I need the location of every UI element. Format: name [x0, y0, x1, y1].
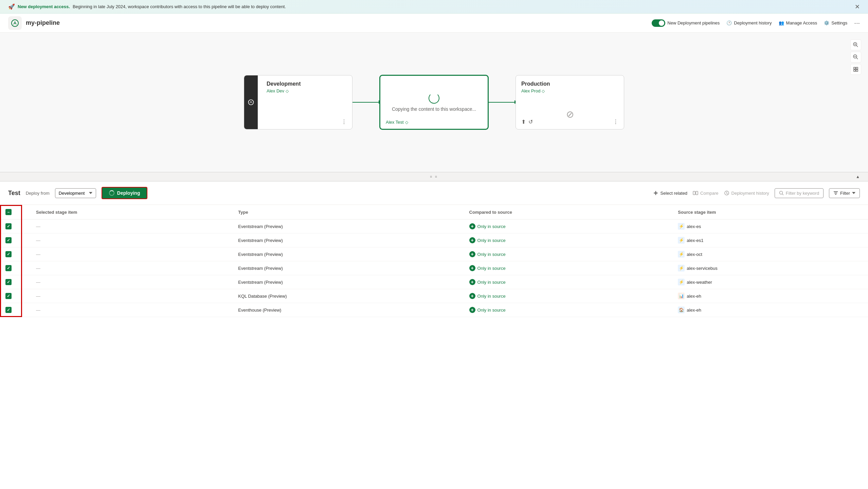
select-related-button[interactable]: Select related [653, 190, 688, 196]
test-stage-card: Copying the content to this workspace...… [380, 75, 488, 129]
selected-stage-item-cell: — [31, 261, 233, 275]
zoom-out-button[interactable] [850, 52, 861, 63]
section-divider[interactable]: = = ▲ [0, 172, 868, 181]
source-stage-item-cell: ⚡alex-es1 [672, 233, 868, 247]
compared-to-source-cell: +Only in source [464, 261, 673, 275]
eventstream-icon: ⚡ [678, 251, 685, 258]
table-row: —Eventstream (Preview)+Only in source⚡al… [0, 275, 868, 289]
lock-cell [17, 289, 31, 303]
lock-header [17, 205, 31, 220]
deploy-from-label: Deploy from [26, 191, 50, 196]
new-deployment-pipelines-toggle[interactable]: New Deployment pipelines [652, 19, 720, 27]
manage-access-label: Manage Access [786, 20, 817, 25]
table-row: —Eventstream (Preview)+Only in source⚡al… [0, 247, 868, 261]
source-item-name: alex-eh [687, 294, 701, 299]
eventstream-icon: ⚡ [678, 237, 685, 244]
selected-stage-item-cell: — [31, 233, 233, 247]
settings-button[interactable]: ⚙️ Settings [824, 20, 847, 25]
plus-circle-icon: + [469, 223, 475, 229]
kql-icon: 📊 [678, 293, 685, 299]
dash-value: — [36, 266, 40, 271]
row-checkbox[interactable] [5, 251, 12, 257]
production-diamond-icon: ◇ [542, 89, 545, 93]
filter-by-keyword-input[interactable]: Filter by keyword [775, 188, 824, 198]
compare-text: Only in source [477, 238, 506, 243]
current-stage-label: Test [8, 190, 20, 197]
lock-cell [17, 303, 31, 317]
notification-message: Beginning in late July 2024, workspace c… [73, 4, 286, 9]
manage-access-button[interactable]: 👥 Manage Access [779, 20, 817, 25]
test-workspace: Alex Test ◇ [386, 120, 408, 125]
selected-stage-item-cell: — [31, 275, 233, 289]
compare-button[interactable]: Compare [693, 190, 718, 196]
table-row: —Eventstream (Preview)+Only in source⚡al… [0, 233, 868, 247]
compared-to-source-cell: +Only in source [464, 220, 673, 233]
notification-close-button[interactable]: ✕ [855, 3, 860, 11]
fit-view-button[interactable] [850, 64, 861, 75]
type-cell: Eventstream (Preview) [233, 233, 464, 247]
more-options-button[interactable]: ··· [854, 19, 860, 27]
development-title: Development [267, 81, 347, 87]
zoom-in-button[interactable] [850, 39, 861, 50]
notification-icon: 🚀 [8, 3, 15, 10]
select-all-header[interactable] [0, 205, 17, 220]
selected-stage-item-cell: — [31, 303, 233, 317]
deployment-history-button[interactable]: 🕐 Deployment history [726, 20, 772, 25]
production-more-button[interactable]: ⋮ [613, 119, 618, 125]
svg-rect-12 [856, 70, 858, 71]
source-stage-item-cell: ⚡alex-weather [672, 275, 868, 289]
deployment-history-toolbar-button[interactable]: Deployment history [724, 190, 769, 196]
source-stage-item-cell: ⚡alex-es [672, 220, 868, 233]
type-cell: KQL Database (Preview) [233, 289, 464, 303]
development-more-button[interactable]: ⋮ [341, 119, 347, 125]
svg-rect-9 [854, 67, 855, 69]
toggle-switch[interactable] [652, 19, 665, 27]
toggle-label: New Deployment pipelines [667, 20, 720, 25]
row-checkbox[interactable] [5, 265, 12, 271]
clock-icon: 🕐 [726, 20, 732, 25]
compared-to-source-cell: +Only in source [464, 303, 673, 317]
deploying-button[interactable]: Deploying [102, 187, 148, 199]
row-checkbox[interactable] [5, 307, 12, 313]
source-stage-item-header: Source stage item [672, 205, 868, 220]
production-history-icon[interactable]: ↺ [528, 119, 533, 125]
dash-value: — [36, 280, 40, 285]
selected-stage-item-cell: — [31, 247, 233, 261]
production-deploy-icon[interactable]: ⬆ [521, 119, 526, 125]
row-checkbox[interactable] [5, 279, 12, 285]
filter-button[interactable]: Filter [829, 188, 860, 198]
header-right: New Deployment pipelines 🕐 Deployment hi… [652, 19, 860, 27]
table-row: —Eventstream (Preview)+Only in source⚡al… [0, 261, 868, 275]
row-checkbox-cell [0, 220, 17, 233]
row-checkbox[interactable] [5, 223, 12, 229]
pipeline-canvas: Development Alex Dev ◇ ⋮ Copying the con… [0, 33, 868, 172]
dash-value: — [36, 238, 40, 243]
deploy-from-select[interactable]: Development [55, 188, 96, 198]
source-item-name: alex-weather [687, 280, 712, 285]
deployment-history-label: Deployment history [734, 20, 772, 25]
source-item-name: alex-servicebus [687, 266, 717, 271]
select-all-checkbox[interactable] [5, 209, 12, 215]
svg-rect-11 [854, 70, 855, 71]
production-stage-card: Production Alex Prod ◇ ⊘ ⬆ ↺ ⋮ [516, 75, 624, 129]
svg-point-1 [249, 100, 254, 105]
dash-value: — [36, 252, 40, 257]
row-checkbox[interactable] [5, 293, 12, 299]
notification-title: New deployment access. [18, 4, 70, 9]
settings-label: Settings [831, 20, 847, 25]
lock-cell [17, 220, 31, 233]
lock-cell [17, 247, 31, 261]
type-cell: Eventstream (Preview) [233, 220, 464, 233]
svg-line-3 [856, 46, 858, 47]
notification-bar: 🚀 New deployment access. Beginning in la… [0, 0, 868, 14]
compared-to-source-header: Compared to source [464, 205, 673, 220]
compare-text: Only in source [477, 308, 506, 313]
plus-circle-icon: + [469, 265, 475, 271]
compared-to-source-cell: +Only in source [464, 275, 673, 289]
lock-cell [17, 233, 31, 247]
plus-circle-icon: + [469, 237, 475, 243]
compare-text: Only in source [477, 280, 506, 285]
row-checkbox[interactable] [5, 237, 12, 243]
compare-text: Only in source [477, 294, 506, 299]
table-row: —Eventhouse (Preview)+Only in source🏠ale… [0, 303, 868, 317]
